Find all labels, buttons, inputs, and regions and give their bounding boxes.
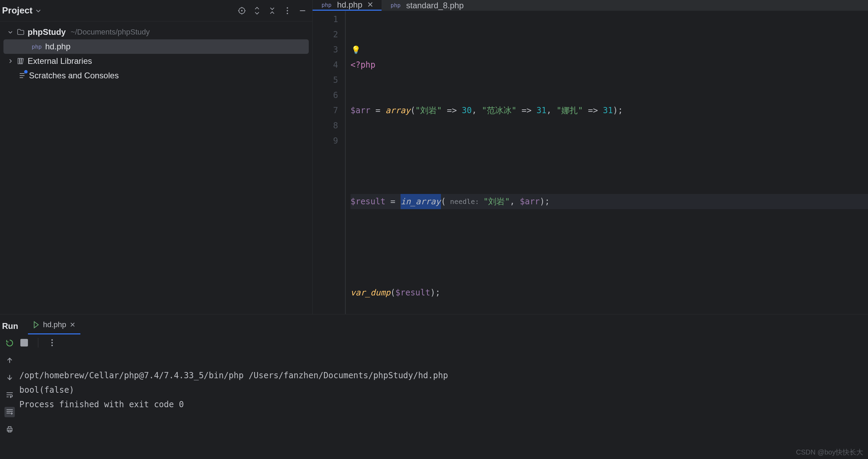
code-line-2: $arr = array("刘岩" => 30, "范冰冰" => 31, "娜… [351,103,868,118]
svg-point-10 [51,339,53,341]
run-tab-label: hd.php [43,320,66,329]
stop-icon[interactable] [19,338,29,348]
run-panel-title[interactable]: Run [2,321,18,334]
svg-point-11 [51,342,53,343]
project-panel-title[interactable]: Project [2,5,32,16]
svg-point-3 [287,10,288,11]
tree-external-libraries[interactable]: External Libraries [3,54,309,68]
chevron-down-icon[interactable] [35,8,41,14]
svg-point-2 [287,7,288,9]
code-line-1: <?php [351,57,868,72]
scratches-label: Scratches and Consoles [29,71,119,80]
scroll-to-end-icon[interactable] [4,407,15,417]
code-line-3 [351,148,868,164]
folder-icon [17,28,25,36]
arrow-up-icon[interactable] [4,355,15,365]
collapse-all-icon[interactable] [267,6,277,16]
rerun-icon[interactable] [4,338,15,348]
external-libraries-label: External Libraries [28,56,92,66]
wrap-lines-icon[interactable] [4,390,15,400]
php-file-icon: php [31,43,42,50]
code-line-6: var_dump($result); [351,285,868,300]
minimize-icon[interactable] [298,6,307,16]
tree-root-project[interactable]: phpStudy ~/Documents/phpStudy [3,25,309,39]
php-file-icon: php [390,2,401,9]
svg-rect-8 [8,427,11,428]
expand-collapse-icon[interactable] [252,6,262,16]
svg-point-12 [51,345,53,346]
toolbar-divider [38,338,38,348]
project-name: phpStudy [28,27,66,37]
close-tab-icon[interactable]: ✕ [367,0,373,9]
tab-label: hd.php [337,0,362,10]
svg-point-4 [287,13,288,14]
close-icon[interactable]: ✕ [70,321,76,329]
locate-icon[interactable] [237,6,247,16]
svg-point-1 [241,10,243,11]
more-vertical-icon[interactable] [47,338,57,348]
chevron-down-icon [8,29,14,35]
tree-scratches[interactable]: Scratches and Consoles [3,68,309,83]
tree-file-hd-php[interactable]: php hd.php [3,39,309,54]
code-line-4: $result = in_array( needle: "刘岩", $arr); [351,194,868,209]
php-run-icon [31,321,40,329]
tab-label: standard_8.php [406,1,464,10]
php-file-icon: php [321,2,332,8]
more-vertical-icon[interactable] [283,6,292,16]
scratches-icon [18,71,26,80]
run-tab-hd-php[interactable]: hd.php ✕ [28,318,80,334]
tab-hd-php[interactable]: php hd.php ✕ [313,0,382,11]
chevron-right-icon [8,58,14,64]
run-console-output[interactable]: /opt/homebrew/Cellar/php@7.4/7.4.33_5/bi… [19,351,868,459]
lightbulb-icon[interactable]: 💡 [351,42,361,58]
file-label: hd.php [45,42,70,51]
watermark-text: CSDN @boy快快长大 [796,448,863,457]
project-path: ~/Documents/phpStudy [71,28,150,37]
code-line-5 [351,240,868,255]
library-icon [17,57,25,65]
print-icon[interactable] [4,424,15,434]
svg-rect-5 [18,58,19,64]
tab-standard-8-php[interactable]: php standard_8.php [382,0,472,11]
arrow-down-icon[interactable] [4,372,15,383]
